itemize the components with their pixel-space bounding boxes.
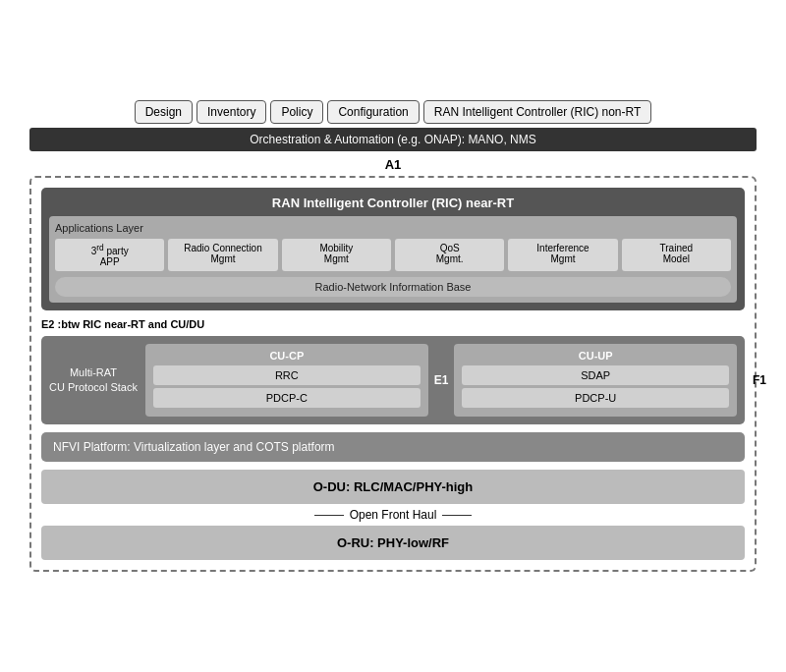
f1-label: F1 (753, 373, 766, 387)
fronthaul-label: Open Front Haul (41, 508, 745, 522)
tab-policy[interactable]: Policy (270, 100, 323, 124)
cu-boxes: CU-CP RRC PDCP-C E1 CU-UP SDAP PDCP-U (145, 344, 737, 417)
nfvi-box: NFVI Platform: Virtualization layer and … (41, 432, 745, 462)
tab-ric-non-rt[interactable]: RAN Intelligent Controller (RIC) non-RT (423, 100, 652, 124)
tab-configuration[interactable]: Configuration (327, 100, 419, 124)
top-bar: Design Inventory Policy Configuration RA… (29, 100, 757, 151)
cu-cp-pdcp: PDCP-C (153, 388, 421, 408)
cu-area-wrapper: Multi-RATCU Protocol Stack CU-CP RRC PDC… (41, 336, 745, 424)
cu-area: Multi-RATCU Protocol Stack CU-CP RRC PDC… (41, 336, 745, 424)
cu-up-box: CU-UP SDAP PDCP-U (454, 344, 737, 417)
rnib-box: Radio-Network Information Base (55, 277, 731, 297)
app-box-3rdparty: 3rd partyAPP (55, 239, 164, 271)
outer-dashed-box: RAN Intelligent Controller (RIC) near-RT… (29, 176, 757, 572)
app-box-mobility: MobilityMgmt (282, 239, 391, 271)
app-boxes: 3rd partyAPP Radio ConnectionMgmt Mobili… (55, 239, 731, 271)
cu-cp-box: CU-CP RRC PDCP-C (145, 344, 428, 417)
ric-nearrt-box: RAN Intelligent Controller (RIC) near-RT… (41, 188, 745, 310)
app-box-trained: TrainedModel (622, 239, 731, 271)
app-box-radio: Radio ConnectionMgmt (168, 239, 277, 271)
e1-label: E1 (434, 373, 449, 387)
oru-box: O-RU: PHY-low/RF (41, 526, 745, 560)
cu-cp-title: CU-CP (153, 350, 421, 362)
app-layer-label: Applications Layer (55, 222, 731, 234)
diagram-wrapper: Design Inventory Policy Configuration RA… (20, 90, 766, 582)
app-layer-box: Applications Layer 3rd partyAPP Radio Co… (49, 216, 737, 303)
orchestration-bar: Orchestration & Automation (e.g. ONAP): … (29, 128, 757, 151)
a1-label: A1 (29, 157, 757, 172)
tab-inventory[interactable]: Inventory (196, 100, 266, 124)
fronthaul-line-left (314, 515, 344, 516)
cu-left-label: Multi-RATCU Protocol Stack (49, 344, 138, 417)
cu-up-title: CU-UP (462, 350, 729, 362)
tab-design[interactable]: Design (135, 100, 193, 124)
odu-box: O-DU: RLC/MAC/PHY-high (41, 470, 745, 504)
app-box-qos: QoSMgmt. (395, 239, 504, 271)
cu-cp-rrc: RRC (153, 365, 421, 385)
cu-up-sdap: SDAP (462, 365, 729, 385)
ric-nearrt-title: RAN Intelligent Controller (RIC) near-RT (49, 196, 737, 210)
e2-label: E2 :btw RIC near-RT and CU/DU (41, 318, 745, 330)
fronthaul-line-right (442, 515, 472, 516)
outer-content: RAN Intelligent Controller (RIC) near-RT… (41, 188, 745, 462)
cu-up-pdcp: PDCP-U (462, 388, 729, 408)
nfvi-text: NFVI Platform: Virtualization layer and … (53, 440, 733, 454)
top-tabs: Design Inventory Policy Configuration RA… (135, 100, 652, 124)
fronthaul-text: Open Front Haul (350, 508, 437, 522)
app-box-interference: InterferenceMgmt (508, 239, 617, 271)
